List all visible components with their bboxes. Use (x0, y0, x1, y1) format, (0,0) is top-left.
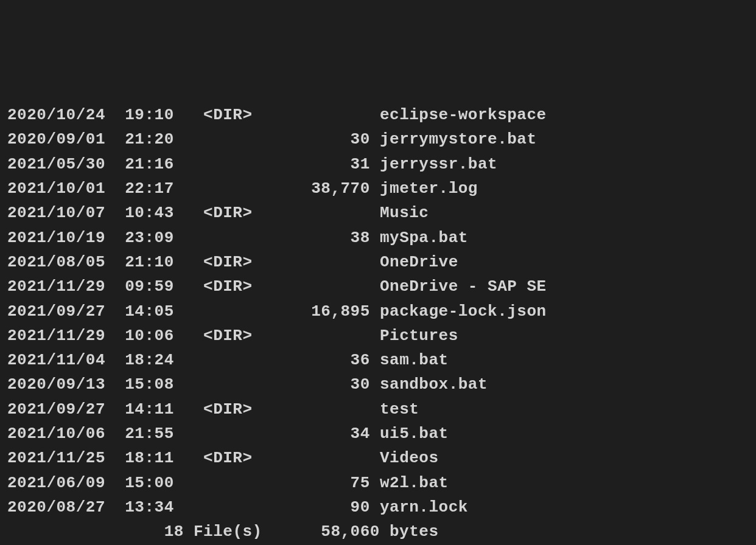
dir-entry-row: 2021/06/09 15:00 75 w2l.bat (7, 471, 749, 495)
entry-time: 14:11 (125, 400, 203, 418)
entry-size (282, 106, 370, 124)
entry-name: w2l.bat (380, 474, 449, 492)
dir-entry-row: 2020/10/24 19:10 <DIR> eclipse-workspace (7, 103, 749, 127)
entry-dir-marker (203, 425, 282, 443)
entry-size (282, 253, 370, 271)
dir-entry-row: 2021/10/06 21:55 34 ui5.bat (7, 422, 749, 446)
entry-name: sandbox.bat (380, 375, 488, 394)
entry-name: eclipse-workspace (380, 106, 547, 124)
dir-entry-row: 2020/09/13 15:08 30 sandbox.bat (7, 372, 749, 397)
entry-dir-marker: <DIR> (203, 204, 282, 222)
dir-entry-row: 2021/10/07 10:43 <DIR> Music (7, 201, 749, 225)
entry-name: package-lock.json (380, 302, 547, 321)
entry-time: 21:16 (125, 155, 203, 173)
dir-entry-row: 2021/11/29 10:06 <DIR> Pictures (7, 324, 749, 348)
entry-time: 21:55 (125, 425, 203, 443)
entry-time: 18:24 (125, 351, 203, 369)
entry-size: 34 (282, 425, 370, 443)
entry-dir-marker (203, 229, 282, 247)
entry-size: 16,895 (282, 302, 370, 321)
entry-time: 15:00 (125, 474, 203, 492)
entry-time: 18:11 (125, 449, 203, 467)
dir-entry-row: 2021/10/01 22:17 38,770 jmeter.log (7, 176, 749, 201)
entry-time: 21:20 (125, 130, 203, 148)
entry-size: 31 (282, 155, 370, 173)
dir-entry-row: 2021/09/27 14:11 <DIR> test (7, 397, 749, 422)
entry-name: OneDrive (380, 253, 458, 271)
entry-date: 2021/09/27 (7, 302, 125, 321)
summary-files-row: 18 File(s) 58,060 bytes (7, 519, 749, 544)
dir-entry-row: 2021/10/19 23:09 38 mySpa.bat (7, 226, 749, 250)
entry-dir-marker (203, 351, 282, 369)
entry-date: 2021/10/19 (7, 229, 125, 247)
entry-size (282, 449, 370, 467)
file-count: 18 (155, 522, 184, 541)
entry-name: yarn.lock (380, 498, 468, 516)
entry-time: 14:05 (125, 302, 203, 321)
entry-time: 10:43 (125, 204, 203, 222)
entry-name: ui5.bat (380, 425, 449, 443)
entry-size: 30 (282, 130, 370, 148)
entry-name: jerrymystore.bat (380, 130, 537, 148)
entry-dir-marker (203, 179, 282, 198)
entry-name: Pictures (380, 327, 458, 345)
dir-entry-row: 2021/09/27 14:05 16,895 package-lock.jso… (7, 299, 749, 324)
entry-dir-marker (203, 498, 282, 516)
entry-size: 38,770 (282, 179, 370, 198)
entry-date: 2021/10/07 (7, 204, 125, 222)
entry-size: 30 (282, 375, 370, 394)
entry-dir-marker: <DIR> (203, 327, 282, 345)
entry-date: 2021/09/27 (7, 400, 125, 418)
entry-name: jmeter.log (380, 179, 478, 198)
entry-time: 10:06 (125, 327, 203, 345)
entry-name: jerryssr.bat (380, 155, 497, 173)
entry-dir-marker: <DIR> (203, 253, 282, 271)
entry-date: 2020/08/27 (7, 498, 125, 516)
entry-date: 2021/06/09 (7, 474, 125, 492)
file-label: File(s) (194, 522, 262, 541)
entry-time: 22:17 (125, 179, 203, 198)
entry-date: 2021/10/06 (7, 425, 125, 443)
entry-dir-marker: <DIR> (203, 400, 282, 418)
terminal-output: 2020/10/24 19:10 <DIR> eclipse-workspace… (7, 103, 749, 545)
entry-date: 2020/09/01 (7, 130, 125, 148)
entry-dir-marker: <DIR> (203, 106, 282, 124)
entry-date: 2021/11/29 (7, 277, 125, 296)
entry-time: 19:10 (125, 106, 203, 124)
entry-date: 2021/08/05 (7, 253, 125, 271)
entry-date: 2021/11/29 (7, 327, 125, 345)
dir-entry-row: 2021/08/05 21:10 <DIR> OneDrive (7, 250, 749, 274)
entry-size: 36 (282, 351, 370, 369)
entry-name: Music (380, 204, 429, 222)
entry-date: 2021/11/04 (7, 351, 125, 369)
entry-name: OneDrive - SAP SE (380, 277, 547, 296)
dir-entry-row: 2021/11/25 18:11 <DIR> Videos (7, 446, 749, 470)
dir-entry-row: 2021/05/30 21:16 31 jerryssr.bat (7, 152, 749, 176)
entry-time: 15:08 (125, 375, 203, 394)
entry-dir-marker: <DIR> (203, 449, 282, 467)
entry-name: sam.bat (380, 351, 449, 369)
entry-name: test (380, 400, 419, 418)
entry-size: 90 (282, 498, 370, 516)
entry-time: 21:10 (125, 253, 203, 271)
entry-date: 2020/10/24 (7, 106, 125, 124)
entry-size: 75 (282, 474, 370, 492)
entry-dir-marker (203, 155, 282, 173)
entry-size (282, 400, 370, 418)
entry-name: mySpa.bat (380, 229, 468, 247)
dir-entry-row: 2020/09/01 21:20 30 jerrymystore.bat (7, 127, 749, 151)
entry-size (282, 204, 370, 222)
entry-dir-marker (203, 375, 282, 394)
entry-dir-marker: <DIR> (203, 277, 282, 296)
entry-date: 2020/09/13 (7, 375, 125, 394)
entry-size (282, 327, 370, 345)
entry-dir-marker (203, 130, 282, 148)
entry-size: 38 (282, 229, 370, 247)
entry-time: 09:59 (125, 277, 203, 296)
entry-time: 13:34 (125, 498, 203, 516)
entry-name: Videos (380, 449, 439, 467)
file-bytes: 58,060 bytes (262, 522, 439, 541)
entry-size (282, 277, 370, 296)
entry-dir-marker (203, 474, 282, 492)
entry-dir-marker (203, 302, 282, 321)
